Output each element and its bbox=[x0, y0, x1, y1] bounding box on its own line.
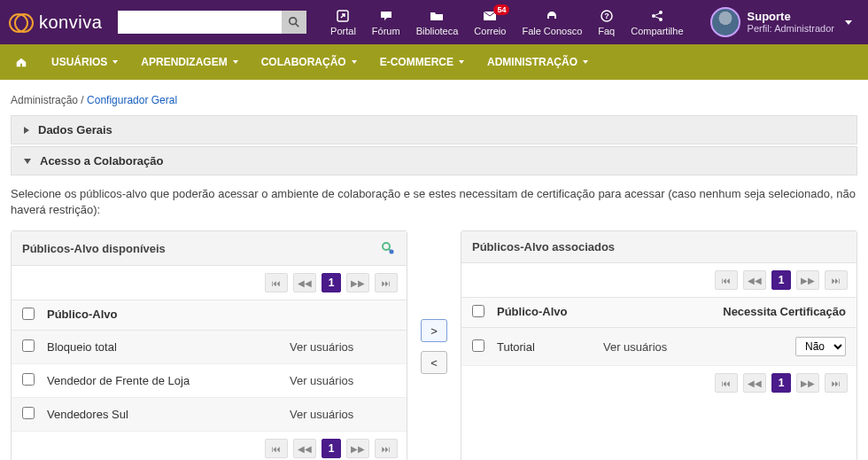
home-icon bbox=[14, 56, 28, 68]
view-users-link[interactable]: Ver usuários bbox=[290, 408, 353, 421]
topnav-forum[interactable]: Fórum bbox=[365, 4, 407, 40]
pager-current: 1 bbox=[771, 373, 791, 393]
breadcrumb-sep: / bbox=[78, 94, 87, 106]
svg-line-1 bbox=[296, 24, 299, 27]
instructions: Selecione os públicos-alvo que poderão a… bbox=[11, 186, 857, 218]
select-all-associated[interactable] bbox=[472, 305, 484, 317]
pager-prev[interactable]: ◀◀ bbox=[293, 273, 316, 292]
row-name: Tutorial bbox=[497, 340, 603, 354]
col-cert: Necessita Certificação bbox=[713, 305, 846, 320]
avatar bbox=[710, 7, 740, 37]
move-right-button[interactable]: > bbox=[421, 319, 447, 342]
available-columns: Público-Alvo bbox=[12, 300, 407, 331]
main-nav: USUÁRIOS APRENDIZAGEM COLABORAÇÃO E-COMM… bbox=[0, 44, 868, 80]
associated-pager-bottom: ⏮ ◀◀ 1 ▶▶ ⏭ bbox=[461, 366, 856, 400]
pager-first[interactable]: ⏮ bbox=[265, 273, 288, 292]
pager-prev[interactable]: ◀◀ bbox=[293, 439, 316, 458]
user-text: Suporte Perfil: Administrador bbox=[748, 10, 834, 35]
pager-first[interactable]: ⏮ bbox=[715, 270, 738, 290]
search-input[interactable] bbox=[118, 11, 282, 34]
view-users-link[interactable]: Ver usuários bbox=[290, 340, 353, 354]
available-row: Vendedores Sul Ver usuários bbox=[12, 398, 407, 432]
search-icon bbox=[288, 16, 300, 28]
associated-row: Tutorial Ver usuários Não bbox=[461, 328, 856, 366]
panel-acesso-colaboracao[interactable]: Acesso a Colaboração bbox=[11, 146, 857, 175]
row-checkbox[interactable] bbox=[472, 339, 484, 352]
breadcrumb-parent[interactable]: Administração bbox=[11, 94, 78, 106]
user-name: Suporte bbox=[748, 10, 834, 24]
associated-title: Públicos-Alvo associados bbox=[472, 240, 615, 253]
logo-icon bbox=[9, 10, 34, 35]
pager-last[interactable]: ⏭ bbox=[375, 273, 398, 292]
row-name: Bloqueio total bbox=[47, 340, 290, 354]
search-button[interactable] bbox=[282, 11, 306, 34]
cert-select[interactable]: Não bbox=[795, 337, 846, 356]
nav-home[interactable] bbox=[14, 56, 28, 68]
associated-header: Públicos-Alvo associados bbox=[461, 231, 856, 263]
panel-dados-gerais[interactable]: Dados Gerais bbox=[11, 115, 857, 144]
view-users-link[interactable]: Ver usuários bbox=[290, 374, 353, 387]
select-all-available[interactable] bbox=[22, 308, 35, 320]
pager-first[interactable]: ⏮ bbox=[265, 439, 288, 458]
logo[interactable]: konviva bbox=[9, 10, 102, 35]
topnav-correio[interactable]: 54 Correio bbox=[467, 4, 513, 40]
chevron-down-icon bbox=[112, 60, 118, 64]
pager-prev[interactable]: ◀◀ bbox=[743, 270, 766, 290]
breadcrumb: Administração / Configurador Geral bbox=[11, 89, 857, 115]
row-checkbox[interactable] bbox=[22, 407, 35, 419]
topnav-compartilhe[interactable]: Compartilhe bbox=[624, 4, 690, 40]
search-users-icon[interactable] bbox=[380, 240, 396, 256]
pager-next[interactable]: ▶▶ bbox=[796, 373, 819, 393]
user-role: Perfil: Administrador bbox=[748, 23, 834, 35]
share-icon bbox=[649, 8, 665, 24]
svg-text:?: ? bbox=[604, 12, 609, 20]
col-publico-alvo: Público-Alvo bbox=[47, 308, 290, 323]
move-left-button[interactable]: < bbox=[421, 351, 447, 374]
transfer-buttons: > < bbox=[416, 230, 452, 460]
dual-list: Públicos-Alvo disponíveis ⏮ ◀◀ 1 ▶▶ ⏭ Pú… bbox=[11, 230, 857, 460]
pager-last[interactable]: ⏭ bbox=[375, 439, 398, 458]
topnav-label: Portal bbox=[330, 26, 356, 36]
pager-prev[interactable]: ◀◀ bbox=[743, 373, 766, 393]
nav-label: ADMINISTRAÇÃO bbox=[487, 56, 577, 68]
topnav-faq[interactable]: ? Faq bbox=[591, 4, 622, 40]
top-bar: konviva Portal Fórum Biblioteca 54 Corre… bbox=[0, 0, 868, 44]
topnav-label: Fórum bbox=[372, 26, 400, 36]
chevron-down-icon bbox=[845, 20, 852, 25]
breadcrumb-current: Configurador Geral bbox=[87, 94, 177, 106]
available-row: Bloqueio total Ver usuários bbox=[12, 331, 407, 364]
nav-colaboracao[interactable]: COLABORAÇÃO bbox=[261, 56, 357, 68]
view-users-link[interactable]: Ver usuários bbox=[603, 340, 667, 354]
pager-next[interactable]: ▶▶ bbox=[796, 270, 819, 290]
row-checkbox[interactable] bbox=[22, 339, 35, 352]
pager-next[interactable]: ▶▶ bbox=[346, 439, 369, 458]
nav-usuarios[interactable]: USUÁRIOS bbox=[51, 56, 118, 68]
pager-current: 1 bbox=[322, 273, 341, 292]
pager-last[interactable]: ⏭ bbox=[825, 373, 848, 393]
topnav-label: Faq bbox=[598, 26, 615, 36]
topnav-portal[interactable]: Portal bbox=[323, 4, 363, 40]
available-pager-top: ⏮ ◀◀ 1 ▶▶ ⏭ bbox=[12, 266, 407, 300]
nav-administracao[interactable]: ADMINISTRAÇÃO bbox=[487, 56, 588, 68]
pager-last[interactable]: ⏭ bbox=[825, 270, 848, 290]
col-publico-alvo: Público-Alvo bbox=[497, 305, 603, 320]
chevron-down-icon bbox=[352, 60, 357, 64]
expand-icon bbox=[24, 159, 31, 164]
available-title: Públicos-Alvo disponíveis bbox=[22, 242, 166, 255]
row-checkbox[interactable] bbox=[22, 373, 35, 386]
folder-icon bbox=[429, 8, 445, 24]
nav-label: COLABORAÇÃO bbox=[261, 56, 346, 68]
collapse-icon bbox=[24, 127, 29, 134]
content: Administração / Configurador Geral Dados… bbox=[0, 80, 868, 460]
topnav-biblioteca[interactable]: Biblioteca bbox=[409, 4, 466, 40]
nav-ecommerce[interactable]: E-COMMERCE bbox=[380, 56, 464, 68]
pager-next[interactable]: ▶▶ bbox=[346, 273, 369, 292]
pager-first[interactable]: ⏮ bbox=[715, 373, 738, 393]
available-panel: Públicos-Alvo disponíveis ⏮ ◀◀ 1 ▶▶ ⏭ Pú… bbox=[11, 230, 407, 460]
svg-point-11 bbox=[390, 250, 394, 254]
topnav-faleconosco[interactable]: Fale Conosco bbox=[515, 4, 589, 40]
panel-title: Acesso a Colaboração bbox=[40, 154, 163, 168]
user-menu[interactable]: Suporte Perfil: Administrador bbox=[703, 7, 859, 37]
nav-aprendizagem[interactable]: APRENDIZAGEM bbox=[141, 56, 237, 68]
pager-current: 1 bbox=[322, 439, 341, 458]
